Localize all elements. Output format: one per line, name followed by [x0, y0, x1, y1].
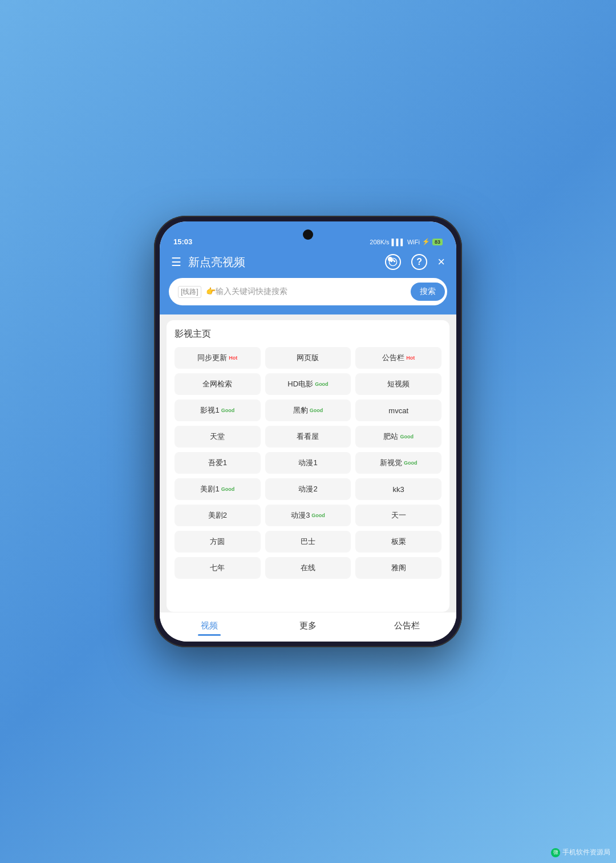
item-tag: Good: [315, 381, 329, 387]
line-badge: [线路]: [178, 286, 201, 298]
watermark-text: 手机软件资源局: [562, 848, 610, 857]
section-title: 影视主页: [175, 328, 441, 340]
grid-item[interactable]: 新视觉Good: [355, 452, 441, 474]
battery-icon: 83: [432, 239, 443, 245]
grid-item[interactable]: 动漫2: [265, 478, 351, 500]
help-icon[interactable]: ?: [411, 254, 427, 270]
status-icons: 208K/s ▌▌▌ WiFi ⚡ 83: [370, 238, 443, 245]
search-bar: [线路] 👉输入关键词快捷搜索 搜索: [169, 278, 447, 305]
grid-item[interactable]: 板栗: [355, 531, 441, 553]
item-tag: Good: [404, 460, 418, 466]
nav-item-视频[interactable]: 视频: [160, 618, 258, 634]
wechat-icon: 微: [551, 848, 560, 857]
menu-icon[interactable]: ☰: [171, 255, 181, 269]
grid-item[interactable]: 短视频: [355, 373, 441, 395]
grid-item[interactable]: 看看屋: [265, 426, 351, 447]
signal-icon: ▌▌▌: [392, 239, 405, 245]
grid-item[interactable]: 全网检索: [175, 373, 261, 395]
search-bar-container: [线路] 👉输入关键词快捷搜索 搜索: [160, 278, 456, 314]
grid-container: 同步更新Hot网页版公告栏Hot全网检索HD电影Good短视频影视1Good黑豹…: [175, 347, 441, 579]
app-header: ☰ 新点亮视频 ? ×: [160, 248, 456, 278]
nav-item-公告栏[interactable]: 公告栏: [358, 618, 456, 634]
item-tag: Good: [311, 513, 325, 518]
wifi-icon: WiFi: [407, 239, 420, 245]
grid-item[interactable]: 天堂: [175, 426, 261, 447]
item-tag: Good: [221, 486, 235, 492]
grid-item[interactable]: 吾爱1: [175, 452, 261, 474]
app-title: 新点亮视频: [188, 255, 245, 270]
palette-icon[interactable]: [385, 254, 401, 270]
grid-item[interactable]: 方圆: [175, 531, 261, 553]
grid-item[interactable]: 肥站Good: [355, 426, 441, 447]
charge-icon: ⚡: [422, 238, 430, 245]
status-time: 15:03: [173, 237, 192, 246]
bottom-nav: 视频更多公告栏: [160, 612, 456, 642]
grid-item[interactable]: 动漫3Good: [265, 505, 351, 526]
grid-item[interactable]: 美剧2: [175, 505, 261, 526]
main-content: 影视主页 同步更新Hot网页版公告栏Hot全网检索HD电影Good短视频影视1G…: [160, 314, 456, 612]
content-card: 影视主页 同步更新Hot网页版公告栏Hot全网检索HD电影Good短视频影视1G…: [167, 320, 449, 612]
search-button[interactable]: 搜索: [411, 283, 445, 301]
grid-item[interactable]: HD电影Good: [265, 373, 351, 395]
item-tag: Good: [221, 408, 235, 413]
item-tag: Good: [400, 434, 414, 439]
grid-item[interactable]: 黑豹Good: [265, 400, 351, 421]
search-placeholder: 👉输入关键词快捷搜索: [206, 287, 406, 297]
item-tag: Good: [310, 408, 323, 413]
grid-item[interactable]: 公告栏Hot: [355, 347, 441, 369]
item-tag: Hot: [229, 355, 237, 361]
camera-notch: [303, 229, 313, 240]
watermark: 微 手机软件资源局: [551, 848, 610, 857]
grid-item[interactable]: 美剧1Good: [175, 478, 261, 500]
svg-point-2: [392, 260, 394, 261]
grid-item[interactable]: 影视1Good: [175, 400, 261, 421]
grid-item[interactable]: kk3: [355, 478, 441, 500]
grid-item[interactable]: mvcat: [355, 400, 441, 421]
close-icon[interactable]: ×: [437, 255, 445, 269]
item-tag: Hot: [406, 355, 415, 361]
phone-screen: 15:03 208K/s ▌▌▌ WiFi ⚡ 83 ☰ 新点亮视频: [160, 221, 456, 642]
grid-item[interactable]: 动漫1: [265, 452, 351, 474]
network-speed: 208K/s: [370, 239, 389, 245]
header-right: ? ×: [385, 254, 445, 270]
svg-point-1: [391, 261, 392, 262]
phone-frame: 15:03 208K/s ▌▌▌ WiFi ⚡ 83 ☰ 新点亮视频: [154, 216, 462, 647]
grid-item[interactable]: 在线: [265, 557, 351, 579]
grid-item[interactable]: 巴士: [265, 531, 351, 553]
nav-item-更多[interactable]: 更多: [258, 618, 357, 634]
grid-item[interactable]: 七年: [175, 557, 261, 579]
header-left: ☰ 新点亮视频: [171, 255, 245, 270]
grid-item[interactable]: 雅阁: [355, 557, 441, 579]
grid-item[interactable]: 同步更新Hot: [175, 347, 261, 369]
svg-point-3: [394, 261, 395, 262]
grid-item[interactable]: 网页版: [265, 347, 351, 369]
grid-item[interactable]: 天一: [355, 505, 441, 526]
